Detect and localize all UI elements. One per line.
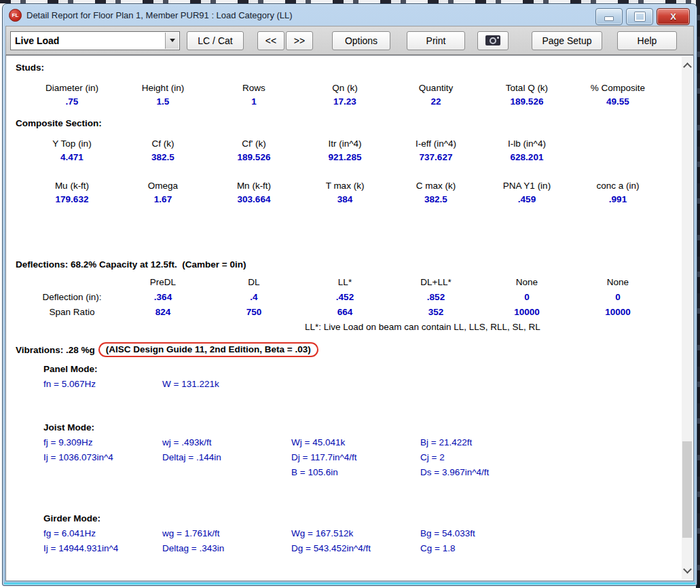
cell-value: 352 <box>390 307 481 317</box>
column-header: Y Top (in) <box>26 139 117 149</box>
column-header: Total Q (k) <box>481 83 572 93</box>
window-controls: X <box>595 8 690 25</box>
joist-mode-row-1: fj = 9.309Hz wj = .493k/ft Wj = 45.041k … <box>43 437 677 447</box>
cell-value: .4 <box>208 292 299 302</box>
column-header: Omega <box>117 181 208 191</box>
cell-value: 49.55 <box>572 96 663 107</box>
cell-value: .991 <box>572 194 663 204</box>
window-bottom-highlight <box>4 583 695 585</box>
cell-value: 189.526 <box>208 152 299 162</box>
cell-value: W = 131.221k <box>162 379 291 389</box>
joist-mode-title: Joist Mode: <box>6 422 677 433</box>
deflection-row: Deflection (in): .364 .4 .452 .852 0 0 <box>26 292 677 302</box>
maximize-button[interactable] <box>626 8 653 25</box>
cell-value: Bj = 21.422ft <box>420 437 583 447</box>
column-header: None <box>572 277 663 287</box>
cell-value: Cg = 1.8 <box>420 543 583 553</box>
span-ratio-row: Span Ratio 824 750 664 352 10000 10000 <box>26 307 677 317</box>
column-header: None <box>481 277 572 287</box>
girder-mode-row-2: Ij = 14944.931in^4 Deltag = .343in Dg = … <box>43 543 677 553</box>
snapshot-button[interactable] <box>477 31 509 50</box>
studs-value-row: .75 1.5 1 17.23 22 189.526 49.55 <box>26 96 677 107</box>
cell-value: 4.471 <box>26 152 117 162</box>
title-bar[interactable]: FL Detail Report for Floor Plan 1, Membe… <box>3 4 697 26</box>
column-header: Qn (k) <box>299 83 390 93</box>
cell-value: 303.664 <box>208 194 299 204</box>
toolbar: Live Load LC / Cat << >> Options Print P… <box>5 26 694 55</box>
column-header: Rows <box>208 83 299 93</box>
maximize-icon <box>635 12 645 21</box>
scroll-up-icon[interactable] <box>683 62 692 71</box>
app-logo-icon: FL <box>9 9 22 22</box>
studs-header-row: Diameter (in) Height (in) Rows Qn (k) Qu… <box>26 83 677 93</box>
panel-mode-title: Panel Mode: <box>6 364 677 374</box>
scrollbar-thumb[interactable] <box>682 441 692 538</box>
column-header: Diameter (in) <box>26 83 117 93</box>
load-category-dropdown[interactable]: Live Load <box>10 31 180 50</box>
joist-mode-row-2: Ij = 1036.073in^4 Deltaj = .144in Dj = 1… <box>43 452 677 462</box>
cell-value: fn = 5.067Hz <box>43 379 162 389</box>
cell-value: 382.5 <box>117 152 208 162</box>
dropdown-arrow-button[interactable] <box>165 33 179 49</box>
close-icon: X <box>670 12 676 21</box>
cell-value: Bg = 54.033ft <box>420 528 583 538</box>
next-button[interactable]: >> <box>286 31 313 50</box>
cell-value: Ds = 3.967in^4/ft <box>420 467 583 477</box>
panel-mode-row: fn = 5.067Hz W = 131.221k <box>43 379 677 389</box>
deflections-header-row: PreDL DL LL* DL+LL* None None <box>26 277 677 287</box>
cell-value: wj = .493k/ft <box>162 437 291 447</box>
cell-value: fg = 6.041Hz <box>43 528 162 538</box>
vibrations-section: Vibrations: .28 %g (AISC Design Guide 11… <box>6 342 677 357</box>
lc-cat-button[interactable]: LC / Cat <box>187 31 244 50</box>
scroll-down-icon[interactable] <box>683 565 692 574</box>
column-header: C max (k) <box>390 181 481 191</box>
cell-value: 824 <box>117 307 208 317</box>
cell-value: 10000 <box>481 307 572 317</box>
minimize-button[interactable] <box>595 8 623 25</box>
composite-header-row-1: Y Top (in) Cf (k) Cf' (k) Itr (in^4) I-e… <box>26 139 677 149</box>
cell-value: 10000 <box>572 307 663 317</box>
print-button[interactable]: Print <box>407 31 465 50</box>
cell-value: B = 105.6in <box>291 467 420 477</box>
cell-value: Dj = 117.7in^4/ft <box>291 452 420 462</box>
column-header: Height (in) <box>117 83 208 93</box>
row-label: Span Ratio <box>26 307 117 317</box>
vibrations-title: Vibrations: .28 %g <box>16 345 95 355</box>
load-category-value: Live Load <box>11 35 59 46</box>
close-button[interactable]: X <box>657 8 690 25</box>
cell-value: .459 <box>481 194 572 204</box>
column-header: Quantity <box>390 83 481 93</box>
page-setup-button[interactable]: Page Setup <box>532 31 602 50</box>
cell-value: .364 <box>117 292 208 302</box>
report-content: Studs: Diameter (in) Height (in) Rows Qn… <box>5 55 694 581</box>
column-header: T max (k) <box>299 181 390 191</box>
column-header: Cf (k) <box>117 139 208 149</box>
options-button[interactable]: Options <box>332 31 390 50</box>
cell-value: 22 <box>390 96 481 107</box>
column-header: Cf' (k) <box>208 139 299 149</box>
vibrations-annotation-highlight: (AISC Design Guide 11, 2nd Edition, Beta… <box>98 342 318 357</box>
cell-value: 384 <box>299 194 390 204</box>
cell-value: Ij = 14944.931in^4 <box>43 543 162 553</box>
previous-button[interactable]: << <box>257 31 284 50</box>
cell-value: 1.5 <box>117 96 208 107</box>
cell-value: 189.526 <box>481 96 572 107</box>
cell-value: Ij = 1036.073in^4 <box>43 452 162 462</box>
vertical-scrollbar[interactable] <box>682 56 693 580</box>
composite-value-row-1: 4.471 382.5 189.526 921.285 737.627 628.… <box>26 152 677 162</box>
column-header: DL+LL* <box>390 277 481 287</box>
cell-value: Dg = 543.452in^4/ft <box>291 543 420 553</box>
column-header: Mn (k-ft) <box>208 181 299 191</box>
column-header: PreDL <box>117 277 208 287</box>
column-header: DL <box>208 277 299 287</box>
help-button[interactable]: Help <box>617 31 677 50</box>
column-header: Mu (k-ft) <box>26 181 117 191</box>
cell-value: 179.632 <box>26 194 117 204</box>
cell-value: 737.627 <box>390 152 481 162</box>
cell-value: 750 <box>208 307 299 317</box>
window-title: Detail Report for Floor Plan 1, Member P… <box>26 10 293 20</box>
composite-header-row-2: Mu (k-ft) Omega Mn (k-ft) T max (k) C ma… <box>26 181 677 191</box>
composite-section-title: Composite Section: <box>6 118 677 128</box>
column-header: Itr (in^4) <box>299 139 390 149</box>
cell-value: .452 <box>299 292 390 302</box>
